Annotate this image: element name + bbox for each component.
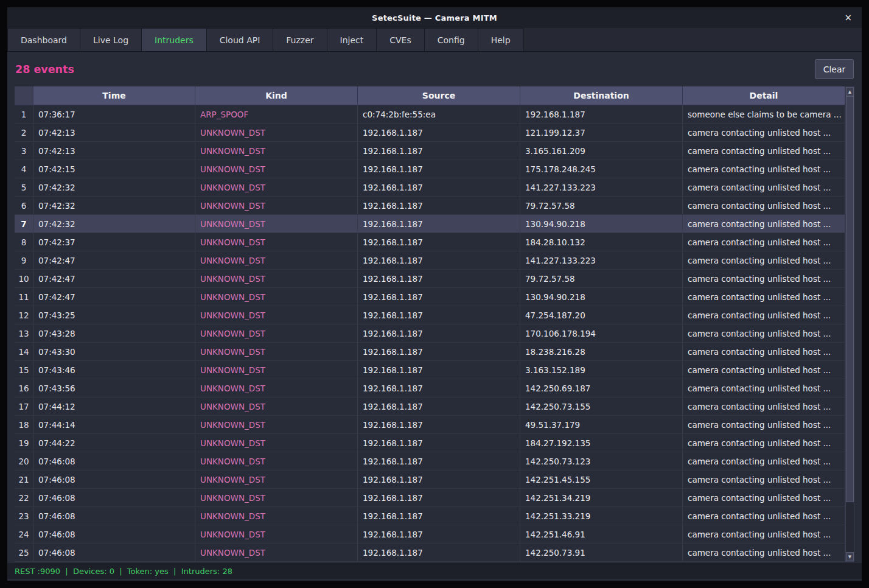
cell-source: c0:74:2b:fe:55:ea [358,105,520,124]
table-row[interactable]: 407:42:15UNKNOWN_DST192.168.1.187175.178… [15,160,845,178]
cell-row-number: 9 [15,251,33,270]
cell-row-number: 1 [15,105,33,124]
tab-dashboard[interactable]: Dashboard [7,28,80,51]
table-row[interactable]: 607:42:32UNKNOWN_DST192.168.1.18779.72.5… [15,197,845,215]
cell-destination: 142.251.33.219 [520,507,683,525]
vertical-scrollbar[interactable]: ▲ ▼ [845,86,854,562]
table-row[interactable]: 907:42:47UNKNOWN_DST192.168.1.187141.227… [15,251,845,270]
cell-time: 07:42:15 [33,160,195,178]
cell-destination: 79.72.57.58 [520,197,683,215]
cell-detail: camera contacting unlisted host ... [683,178,845,197]
cell-row-number: 5 [15,178,33,197]
cell-source: 192.168.1.187 [358,471,520,489]
cell-kind: UNKNOWN_DST [195,544,358,562]
cell-detail: camera contacting unlisted host ... [683,489,845,507]
cell-source: 192.168.1.187 [358,288,520,306]
column-header-time[interactable]: Time [33,86,195,105]
cell-detail: camera contacting unlisted host ... [683,142,845,160]
cell-destination: 142.251.46.91 [520,525,683,544]
table-row[interactable]: 1407:43:30UNKNOWN_DST192.168.1.18718.238… [15,343,845,361]
table-row[interactable]: 2207:46:08UNKNOWN_DST192.168.1.187142.25… [15,489,845,507]
cell-source: 192.168.1.187 [358,416,520,434]
cell-time: 07:43:46 [33,361,195,379]
table-row[interactable]: 507:42:32UNKNOWN_DST192.168.1.187141.227… [15,178,845,197]
column-header-detail[interactable]: Detail [683,86,845,105]
table-row[interactable]: 1707:44:12UNKNOWN_DST192.168.1.187142.25… [15,397,845,416]
tab-inject[interactable]: Inject [327,28,377,51]
cell-kind: UNKNOWN_DST [195,324,358,343]
table-row[interactable]: 1007:42:47UNKNOWN_DST192.168.1.18779.72.… [15,270,845,288]
cell-kind: UNKNOWN_DST [195,306,358,324]
table-row[interactable]: 807:42:37UNKNOWN_DST192.168.1.187184.28.… [15,233,845,251]
cell-row-number: 21 [15,471,33,489]
cell-time: 07:43:25 [33,306,195,324]
table-row[interactable]: 2307:46:08UNKNOWN_DST192.168.1.187142.25… [15,507,845,525]
table-row[interactable]: 1607:43:56UNKNOWN_DST192.168.1.187142.25… [15,379,845,397]
clear-button[interactable]: Clear [815,59,854,79]
table-row[interactable]: 707:42:32UNKNOWN_DST192.168.1.187130.94.… [15,215,845,233]
cell-source: 192.168.1.187 [358,124,520,142]
table-row[interactable]: 2107:46:08UNKNOWN_DST192.168.1.187142.25… [15,471,845,489]
table-row[interactable]: 1107:42:47UNKNOWN_DST192.168.1.187130.94… [15,288,845,306]
tab-cloud-api[interactable]: Cloud API [207,28,274,51]
column-header-destination[interactable]: Destination [520,86,683,105]
tab-cves[interactable]: CVEs [377,28,425,51]
scroll-up-button[interactable]: ▲ [846,87,854,96]
cell-detail: camera contacting unlisted host ... [683,544,845,562]
cell-destination: 175.178.248.245 [520,160,683,178]
cell-destination: 3.165.161.209 [520,142,683,160]
table-row[interactable]: 1907:44:22UNKNOWN_DST192.168.1.187184.27… [15,434,845,452]
cell-detail: camera contacting unlisted host ... [683,361,845,379]
scroll-down-button[interactable]: ▼ [846,552,854,561]
cell-source: 192.168.1.187 [358,306,520,324]
cell-source: 192.168.1.187 [358,197,520,215]
table-row[interactable]: 107:36:17ARP_SPOOFc0:74:2b:fe:55:ea192.1… [15,105,845,124]
cell-destination: 192.168.1.187 [520,105,683,124]
scrollbar-thumb[interactable] [846,96,854,502]
column-header-source[interactable]: Source [358,86,520,105]
cell-destination: 142.250.73.91 [520,544,683,562]
cell-kind: UNKNOWN_DST [195,178,358,197]
cell-source: 192.168.1.187 [358,452,520,471]
cell-source: 192.168.1.187 [358,142,520,160]
cell-destination: 184.27.192.135 [520,434,683,452]
scrollbar-track[interactable] [846,96,854,552]
cell-source: 192.168.1.187 [358,178,520,197]
cell-detail: camera contacting unlisted host ... [683,197,845,215]
table-row[interactable]: 2007:46:08UNKNOWN_DST192.168.1.187142.25… [15,452,845,471]
tab-help[interactable]: Help [478,28,524,51]
cell-time: 07:44:22 [33,434,195,452]
cell-source: 192.168.1.187 [358,324,520,343]
cell-row-number: 23 [15,507,33,525]
cell-source: 192.168.1.187 [358,544,520,562]
cell-detail: someone else claims to be camera ... [683,105,845,124]
cell-destination: 142.250.69.187 [520,379,683,397]
cell-destination: 142.250.73.155 [520,397,683,416]
cell-kind: UNKNOWN_DST [195,343,358,361]
cell-kind: UNKNOWN_DST [195,288,358,306]
cell-source: 192.168.1.187 [358,215,520,233]
cell-row-number: 22 [15,489,33,507]
tab-fuzzer[interactable]: Fuzzer [273,28,327,51]
cell-row-number: 3 [15,142,33,160]
cell-time: 07:44:14 [33,416,195,434]
table-row[interactable]: 1207:43:25UNKNOWN_DST192.168.1.18747.254… [15,306,845,324]
cell-source: 192.168.1.187 [358,489,520,507]
cell-source: 192.168.1.187 [358,251,520,270]
table-row[interactable]: 207:42:13UNKNOWN_DST192.168.1.187121.199… [15,124,845,142]
table-row[interactable]: 1507:43:46UNKNOWN_DST192.168.1.1873.163.… [15,361,845,379]
table-row[interactable]: 1807:44:14UNKNOWN_DST192.168.1.18749.51.… [15,416,845,434]
column-header-kind[interactable]: Kind [195,86,358,105]
cell-row-number: 19 [15,434,33,452]
table-row[interactable]: 307:42:13UNKNOWN_DST192.168.1.1873.165.1… [15,142,845,160]
cell-time: 07:42:47 [33,270,195,288]
tab-live-log[interactable]: Live Log [80,28,142,51]
table-row[interactable]: 2407:46:08UNKNOWN_DST192.168.1.187142.25… [15,525,845,544]
table-row[interactable]: 2507:46:08UNKNOWN_DST192.168.1.187142.25… [15,544,845,562]
cell-kind: UNKNOWN_DST [195,215,358,233]
close-icon: × [844,12,852,23]
table-row[interactable]: 1307:43:28UNKNOWN_DST192.168.1.187170.10… [15,324,845,343]
tab-config[interactable]: Config [425,28,478,51]
close-button[interactable]: × [844,7,852,28]
tab-intruders[interactable]: Intruders [142,28,207,51]
